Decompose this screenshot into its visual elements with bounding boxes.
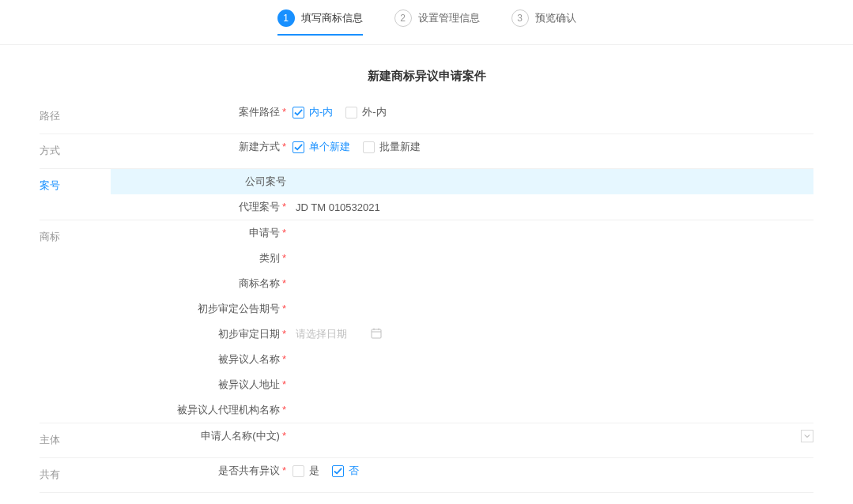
company-case-no-row[interactable]: 公司案号	[111, 169, 813, 194]
section-case-no: 案号 公司案号 代理案号* JD TM 010532021	[40, 169, 813, 220]
announcement-no-label: 初步审定公告期号*	[111, 302, 293, 316]
shared-option-yes[interactable]: 是	[293, 464, 319, 478]
review-date-input[interactable]: 请选择日期	[293, 327, 813, 341]
shared-option-no[interactable]: 否	[332, 464, 359, 478]
review-date-label: 初步审定日期*	[111, 327, 293, 341]
section-subject-label: 主体	[40, 423, 111, 447]
check-icon	[293, 465, 304, 477]
step-2[interactable]: 2 设置管理信息	[394, 9, 480, 35]
section-case-no-label: 案号	[40, 169, 111, 193]
section-subject: 主体 申请人名称(中文)*	[40, 423, 813, 458]
step-3-number: 3	[511, 9, 529, 27]
path-option-internal[interactable]: 内-内	[293, 105, 333, 119]
page-title: 新建商标异议申请案件	[0, 45, 853, 100]
trademark-name-label: 商标名称*	[111, 276, 293, 291]
section-path-label: 路径	[40, 100, 111, 123]
application-no-label: 申请号*	[111, 226, 293, 240]
svg-rect-0	[372, 329, 381, 338]
section-trademark-label: 商标	[40, 220, 111, 244]
check-icon	[345, 107, 357, 118]
method-option-single[interactable]: 单个新建	[293, 140, 350, 154]
applicant-name-label: 申请人名称(中文)*	[111, 429, 293, 443]
step-1-label: 填写商标信息	[301, 11, 363, 25]
section-trademark: 商标 申请号* 类别* 商标名称* 初步审定公告期号* 初步审定日期*	[40, 220, 813, 423]
step-1[interactable]: 1 填写商标信息	[277, 9, 363, 35]
case-path-label: 案件路径*	[111, 105, 293, 119]
agent-case-no-label: 代理案号*	[111, 200, 293, 214]
section-method-label: 方式	[40, 134, 111, 158]
check-icon	[293, 141, 304, 153]
steps-bar: 1 填写商标信息 2 设置管理信息 3 预览确认	[0, 0, 853, 45]
form-area: 路径 案件路径* 内-内 外-内 方式 新建	[0, 100, 853, 493]
section-path: 路径 案件路径* 内-内 外-内	[40, 100, 813, 134]
agent-case-no-value: JD TM 010532021	[293, 201, 380, 213]
section-method: 方式 新建方式* 单个新建 批量新建	[40, 134, 813, 169]
step-2-label: 设置管理信息	[418, 11, 480, 25]
step-3[interactable]: 3 预览确认	[511, 9, 576, 35]
create-method-label: 新建方式*	[111, 140, 293, 154]
review-date-placeholder: 请选择日期	[296, 327, 347, 341]
check-icon	[332, 465, 344, 477]
check-icon	[363, 141, 375, 153]
agent-case-no-row: 代理案号* JD TM 010532021	[111, 194, 813, 220]
calendar-icon	[371, 328, 382, 341]
company-case-no-label: 公司案号	[111, 175, 293, 189]
step-3-label: 预览确认	[535, 11, 576, 25]
shared-objection-label: 是否共有异议*	[111, 464, 293, 478]
method-option-batch[interactable]: 批量新建	[363, 140, 421, 154]
step-1-number: 1	[277, 9, 295, 27]
category-label: 类别*	[111, 251, 293, 265]
section-shared: 共有 是否共有异议* 是 否	[40, 458, 813, 493]
opposed-name-label: 被异议人名称*	[111, 352, 293, 367]
step-2-number: 2	[394, 9, 412, 27]
opposed-addr-label: 被异议人地址*	[111, 378, 293, 392]
check-icon	[293, 107, 304, 118]
opposed-agent-label: 被异议人代理机构名称*	[111, 403, 293, 417]
section-shared-label: 共有	[40, 458, 111, 482]
chevron-down-icon	[801, 430, 813, 442]
path-option-external[interactable]: 外-内	[345, 105, 386, 119]
